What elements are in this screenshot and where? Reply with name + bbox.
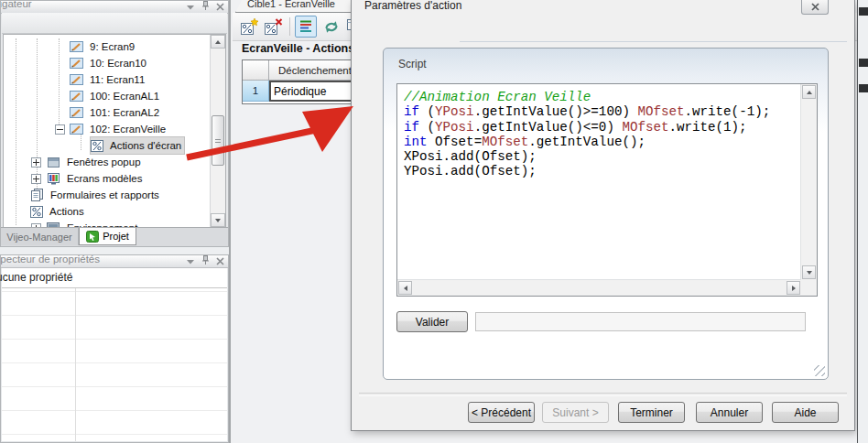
tree-item-label: Actions d'écran bbox=[107, 139, 184, 152]
navigator-titlebar[interactable]: Navigateur bbox=[1, 1, 228, 14]
scroll-thumb[interactable] bbox=[212, 115, 224, 166]
inspector-body: Aucune propriété bbox=[2, 268, 227, 441]
chevron-down-icon[interactable] bbox=[186, 255, 195, 268]
screen-icon bbox=[70, 58, 83, 70]
suivant-button[interactable]: Suivant > bbox=[542, 402, 609, 423]
pin-icon[interactable] bbox=[201, 255, 210, 268]
script-group-label: Script bbox=[398, 58, 427, 70]
code-line: if (YPosi.getIntValue()>=100) MOfset.wri… bbox=[404, 104, 799, 119]
navigator-toolbar bbox=[2, 13, 227, 34]
scroll-up-icon[interactable] bbox=[211, 35, 225, 49]
script-group-panel: Script //Animation Ecran Veilleif (YPosi… bbox=[383, 48, 829, 380]
editor-tab[interactable]: Cible1 - EcranVeille bbox=[235, 0, 354, 13]
script-list-icon[interactable] bbox=[295, 16, 317, 38]
editor-tab-title: Cible1 - EcranVeille bbox=[247, 0, 335, 9]
navigator-tab-projet[interactable]: Projet bbox=[79, 228, 136, 245]
scroll-down-icon[interactable] bbox=[802, 265, 816, 279]
code-line: if (YPosi.getIntValue()<=0) MOfset.write… bbox=[404, 120, 799, 135]
table-row-number[interactable]: 1 bbox=[243, 81, 269, 102]
pin-icon[interactable] bbox=[201, 1, 210, 14]
toolbar-separator bbox=[289, 17, 290, 36]
dialog-close-button[interactable] bbox=[801, 0, 829, 15]
tree-item-label: 102: EcranVeille bbox=[87, 123, 168, 135]
navigator-panel: Navigateur 9: Ecran910: Ecran1011: Ecran… bbox=[0, 0, 229, 247]
projet-icon bbox=[86, 231, 99, 243]
tree-item-label: Fenêtres popup bbox=[64, 156, 144, 168]
screen-icon bbox=[70, 91, 83, 103]
navigator-tab-vijeo-manager[interactable]: Vijeo-Manager bbox=[1, 228, 79, 245]
navigator-title: Navigateur bbox=[1, 1, 32, 9]
inspector-empty-text: Aucune propriété bbox=[0, 271, 72, 284]
action-icon bbox=[30, 206, 43, 218]
scroll-up-icon[interactable] bbox=[802, 85, 816, 99]
scroll-right-icon[interactable] bbox=[787, 281, 800, 295]
tree-item-label: 101: EcranAL2 bbox=[87, 106, 162, 119]
screen-icon bbox=[70, 74, 83, 86]
annuler-button[interactable]: Annuler bbox=[696, 402, 763, 423]
expand-icon[interactable] bbox=[31, 174, 41, 184]
close-icon[interactable] bbox=[216, 1, 224, 14]
action-icon bbox=[91, 140, 103, 152]
close-icon[interactable] bbox=[216, 255, 224, 268]
dock-handle[interactable] bbox=[859, 59, 868, 67]
expand-icon[interactable] bbox=[31, 157, 41, 167]
wizard-separator bbox=[359, 393, 847, 396]
delete-action-icon[interactable] bbox=[262, 16, 284, 38]
tree-scrollbar[interactable] bbox=[210, 35, 225, 227]
dock-handle[interactable] bbox=[859, 84, 868, 92]
scroll-down-icon[interactable] bbox=[211, 213, 225, 227]
dialog-title: Paramètres d'action bbox=[364, 0, 461, 12]
action-parameters-dialog: Paramètres d'action Script //Animation E… bbox=[351, 0, 855, 431]
script-code-text[interactable]: //Animation Ecran Veilleif (YPosi.getInt… bbox=[404, 90, 799, 278]
tree-item-label: Formulaires et rapports bbox=[48, 189, 162, 201]
app-window: Navigateur 9: Ecran910: Ecran1011: Ecran… bbox=[0, 0, 868, 443]
tree-guide-line bbox=[16, 38, 16, 225]
code-line: YPosi.add(Ofset); bbox=[404, 164, 799, 178]
script-code-editor[interactable]: //Animation Ecran Veilleif (YPosi.getInt… bbox=[396, 83, 818, 297]
code-vscrollbar[interactable] bbox=[800, 84, 817, 280]
chevron-down-icon[interactable] bbox=[186, 1, 195, 14]
scroll-left-icon[interactable] bbox=[398, 281, 412, 295]
tab-label: Vijeo-Manager bbox=[6, 232, 71, 243]
screen-icon bbox=[70, 124, 83, 135]
code-hscrollbar[interactable] bbox=[397, 279, 801, 296]
validation-message-field bbox=[475, 312, 806, 331]
inspector-empty-row: Aucune propriété bbox=[2, 268, 227, 288]
forms-icon bbox=[30, 189, 44, 201]
tree-item-label: 100: EcranAL1 bbox=[87, 90, 162, 103]
tree-item-label: 9: Ecran9 bbox=[87, 40, 137, 53]
tree-guide-line bbox=[59, 38, 60, 130]
screen-icon bbox=[70, 107, 83, 119]
validate-button[interactable]: Valider bbox=[396, 311, 468, 332]
template-icon bbox=[47, 173, 60, 185]
tree-item-label: 10: Ecran10 bbox=[87, 57, 149, 70]
précédent-button[interactable]: < Précédent bbox=[468, 402, 535, 423]
tree-item-label: Ecrans modèles bbox=[64, 172, 145, 185]
tree-item-label: 11: Ecran11 bbox=[87, 73, 147, 86]
tab-label: Projet bbox=[103, 231, 129, 242]
dialog-separator bbox=[460, 41, 847, 42]
collapse-icon[interactable] bbox=[55, 124, 65, 135]
code-line: XPosi.add(Ofset); bbox=[404, 149, 799, 164]
table-corner-header[interactable] bbox=[243, 60, 269, 81]
code-line: //Animation Ecran Veille bbox=[404, 90, 799, 104]
inspector-title: Inspecteur de propriétés bbox=[1, 255, 100, 265]
terminer-button[interactable]: Terminer bbox=[618, 402, 685, 423]
right-dock-edge bbox=[857, 0, 868, 443]
resize-grip[interactable] bbox=[814, 365, 825, 376]
navigator-tree: 9: Ecran910: Ecran1011: Ecran11100: Ecra… bbox=[3, 34, 226, 228]
aide-button[interactable]: Aide bbox=[772, 402, 839, 423]
dock-handle[interactable] bbox=[859, 7, 868, 16]
tree-item-label: Actions bbox=[47, 205, 87, 218]
scrollbar-corner bbox=[801, 280, 817, 296]
property-inspector-panel: Inspecteur de propriétés Aucune propriét… bbox=[0, 254, 229, 443]
inspector-titlebar[interactable]: Inspecteur de propriétés bbox=[1, 255, 228, 268]
refresh-icon[interactable] bbox=[320, 16, 342, 38]
code-line: int Ofset=MOfset.getIntValue(); bbox=[404, 135, 799, 149]
navigator-tabbar: Vijeo-ManagerProjet bbox=[1, 227, 228, 246]
screen-icon bbox=[70, 41, 83, 53]
new-action-icon[interactable] bbox=[238, 16, 260, 38]
inspector-column-divider[interactable] bbox=[75, 268, 76, 441]
popup-icon bbox=[47, 157, 60, 168]
